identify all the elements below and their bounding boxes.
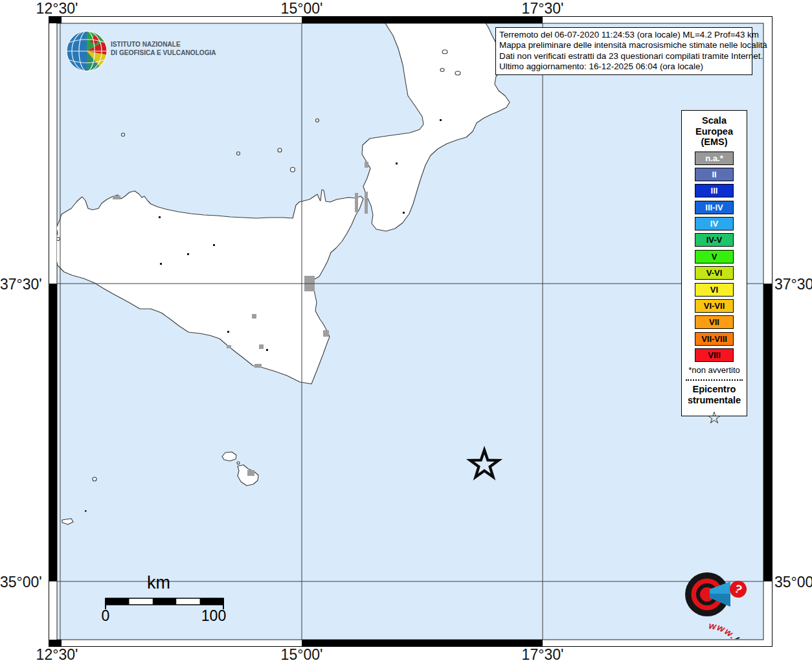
- legend-intensity-chip: III-IV: [695, 201, 734, 214]
- logo-curved-text: www.haisentitoilterremoto.it: [667, 620, 750, 639]
- lipari-island: [455, 71, 460, 75]
- legend-intensity-chip: V: [695, 250, 734, 264]
- latitude-label-left-2: 35°00': [0, 574, 41, 590]
- longitude-label-bottom-3: 17°30': [510, 647, 575, 662]
- egadi-island-2: [57, 238, 60, 241]
- legend-intensity-chip: VIII: [695, 348, 734, 362]
- ingv-logo-line2: DI GEOFISICA E VULCANOLOGIA: [111, 49, 216, 57]
- ingv-logo-line1: ISTITUTO NAZIONALE: [111, 40, 216, 49]
- legend-title-line3: (EMS): [682, 137, 747, 148]
- legend-intensity-chip: V-VI: [695, 266, 734, 280]
- legend-intensity-chip: III: [695, 184, 734, 197]
- legend-title-line1: Scala: [682, 115, 747, 126]
- earthquake-info-box: Terremoto del 06-07-2020 11:24:53 (ora l…: [495, 27, 752, 75]
- scalebar-unit-label: km: [126, 573, 191, 593]
- haisentitoilterremoto-logo: ? www.haisentitoilterremoto.it: [666, 552, 751, 639]
- aeolian-island-1: [237, 152, 240, 155]
- linosa-island: [93, 477, 96, 481]
- egadi-island-1: [52, 232, 56, 236]
- legend-intensity-chip: VI: [695, 283, 734, 297]
- info-line-maptype: Mappa preliminare delle intensità macros…: [499, 40, 749, 51]
- legend-divider: [686, 379, 743, 381]
- stromboli-island: [442, 50, 447, 54]
- scalebar-start-label: 0: [89, 607, 122, 625]
- legend-intensity-chip: VII-VIII: [695, 332, 734, 346]
- info-line-data: Dati non verificati estratti da 23 quest…: [499, 51, 749, 62]
- aeolian-island-2: [278, 148, 282, 152]
- ustica-island: [122, 133, 125, 137]
- earthquake-intensity-map-page: 12°30' 15°00' 17°30' 12°30' 15°00' 17°30…: [0, 0, 812, 663]
- legend-epicenter-star-icon: ☆: [682, 409, 747, 426]
- logo-text-domain: haisentitoilterremoto: [674, 635, 750, 639]
- comino-island: [237, 462, 240, 464]
- ems-scale-legend: Scala Europea (EMS) n.a.*IIIIIIII-IVIVIV…: [681, 110, 747, 416]
- scalebar-end-label: 100: [194, 607, 233, 625]
- logo-text-www: www.: [708, 620, 738, 639]
- legend-intensity-chip: n.a.*: [695, 152, 734, 165]
- legend-epicenter-label-line2: strumentale: [682, 395, 747, 406]
- longitude-label-bottom-2: 15°00': [269, 647, 334, 662]
- latitude-label-right-2: 35°00': [774, 574, 812, 590]
- legend-intensity-chip: II: [695, 168, 734, 181]
- longitude-label-bottom-1: 12°30': [25, 647, 89, 662]
- info-line-update: Ultimo aggiornamento: 16-12-2025 06:04 (…: [499, 62, 749, 72]
- longitude-label-top-3: 17°30': [510, 1, 575, 16]
- legend-intensity-chip: IV-V: [695, 233, 734, 247]
- sea-area: [57, 23, 763, 640]
- latitude-label-right-1: 37°30': [774, 276, 812, 292]
- legend-intensity-chips: n.a.*IIIIIIII-IVIVIV-VVV-VIVIVI-VIIVIIVI…: [682, 152, 747, 363]
- legend-intensity-chip: VII: [695, 315, 734, 329]
- aeolian-island-3: [291, 168, 295, 172]
- info-line-event: Terremoto del 06-07-2020 11:24:53 (ora l…: [499, 30, 749, 40]
- longitude-label-top-1: 12°30': [25, 1, 89, 16]
- legend-epicenter-label-line1: Epicentro: [682, 384, 747, 395]
- ingv-logo-text: ISTITUTO NAZIONALE DI GEOFISICA E VULCAN…: [111, 40, 216, 56]
- legend-intensity-chip: IV: [695, 217, 734, 230]
- panarea-island: [440, 69, 444, 72]
- aeolian-island-4: [316, 119, 319, 122]
- legend-footnote: *non avvertito: [682, 365, 747, 375]
- longitude-label-top-2: 15°00': [269, 1, 334, 16]
- legend-intensity-chip: VI-VII: [695, 299, 734, 313]
- latitude-label-left-1: 37°30': [0, 276, 41, 292]
- ingv-logo-globe: [63, 28, 113, 74]
- legend-title-line2: Europea: [682, 126, 747, 137]
